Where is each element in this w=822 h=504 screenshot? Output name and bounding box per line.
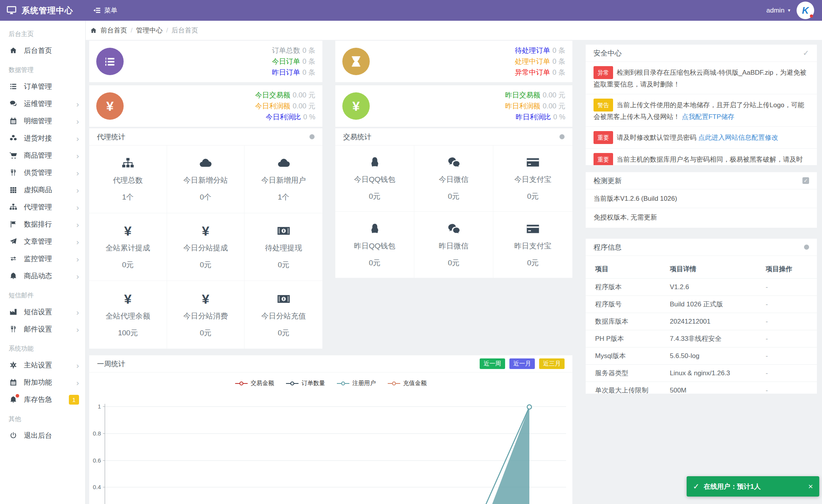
sidebar-item-label: 商品动态 [24, 271, 76, 281]
stat-line: 昨日利润额0.00 元 [505, 101, 565, 112]
sidebar-item-articles[interactable]: 文章管理 › [0, 233, 85, 250]
list-icon [9, 83, 17, 90]
range-quarter-button[interactable]: 近三月 [539, 358, 565, 369]
stat-line: 处理中订单0 条 [515, 56, 565, 67]
grid-icon [9, 186, 17, 194]
orders-total-card: 订单总数0 条 今日订单0 条 昨日订单0 条 [89, 41, 322, 82]
sidebar-item-label: 数据排行 [24, 220, 76, 229]
cutlery-icon [9, 169, 17, 176]
security-alert: 重要当前主机的数据库用户名与密码相同，极易被黑客破解，请及时修改数据库密码 [586, 149, 817, 165]
stat-line: 今日交易额0.00 元 [255, 90, 315, 101]
sidebar: 后台主页 后台首页 数据管理 订单管理 运维管理 › 明细管理 › 进货对接 ›… [0, 21, 86, 504]
stat-cell-wechat-yesterday: 昨日微信 0元 [414, 212, 493, 278]
yen-icon: ¥ [202, 224, 209, 238]
sidebar-item-sms-settings[interactable]: 短信设置 › [0, 303, 85, 320]
credit-card-icon [526, 222, 540, 236]
update-check-panel: 检测更新 ✓ 当前版本V1.2.6 (Build 1026) 免授权版本, 无需… [586, 172, 817, 228]
chevron-right-icon: › [76, 308, 79, 316]
sidebar-item-dashboard[interactable]: 后台首页 [0, 42, 85, 59]
caret-down-icon: ▼ [787, 9, 791, 13]
dot-icon[interactable] [309, 134, 315, 139]
yen-icon: ¥ [202, 292, 209, 306]
sidebar-item-ops[interactable]: 运维管理 › [0, 95, 85, 112]
sitemap-icon [9, 203, 17, 211]
sidebar-toggle[interactable]: 菜单 [86, 0, 124, 21]
paper-plane-icon [9, 238, 17, 245]
stat-cell-new-sites: 今日新增分站 0个 [167, 146, 245, 213]
check-icon[interactable]: ✓ [803, 49, 809, 58]
y-tick: 0.8 [93, 430, 101, 437]
sidebar-item-purchase[interactable]: 进货对接 › [0, 130, 85, 147]
security-center-panel: 安全中心✓ 异常检测到根目录存在压缩包秋云商城-特供版_AaBDF.zip，为避… [586, 45, 817, 165]
calendar-icon [9, 378, 17, 386]
stat-cell-site-recharge: 今日分站充值 0元 [245, 281, 322, 349]
money-bill-icon [277, 292, 290, 306]
chevron-right-icon: › [76, 272, 79, 280]
sidebar-section-system: 系统功能 [0, 338, 85, 356]
breadcrumb-item[interactable]: 管理中心 [136, 26, 163, 35]
sidebar-item-virtual[interactable]: 虚拟商品 › [0, 181, 85, 198]
sidebar-item-agents[interactable]: 代理管理 › [0, 198, 85, 216]
dot-icon[interactable] [804, 245, 809, 250]
sidebar-item-mail-settings[interactable]: 邮件设置 › [0, 320, 85, 338]
data-point-marker[interactable] [527, 405, 532, 409]
sidebar-item-goods-news[interactable]: 商品动态 › [0, 267, 85, 284]
sidebar-item-ranking[interactable]: 数据排行 › [0, 216, 85, 233]
stock-alert-badge: 1 [69, 395, 79, 405]
stat-cell-pending-withdraw: 待处理提现 0元 [245, 213, 322, 281]
sidebar-item-goods[interactable]: 商品管理 › [0, 147, 85, 164]
hourglass-icon [342, 48, 370, 75]
list-ol-icon [96, 48, 124, 75]
security-alert: 重要请及时修改默认管理员密码 点此进入网站信息配置修改 [586, 127, 817, 149]
y-tick: 0.4 [93, 484, 101, 490]
weekly-stats-panel: 一周统计 近一周 近一月 近三月 交易金额 订单数量 注册用户 充值金额 [89, 355, 572, 504]
site-logo-avatar[interactable]: K [797, 2, 814, 19]
qq-icon [369, 222, 381, 236]
table-row: Mysql版本5.6.50-log- [586, 347, 817, 365]
sidebar-item-addons[interactable]: 附加功能 › [0, 374, 85, 391]
power-icon [9, 432, 17, 439]
sidebar-item-label: 运维管理 [24, 99, 76, 108]
pending-orders-card: 待处理订单0 条 处理中订单0 条 异常中订单0 条 [335, 41, 572, 82]
sidebar-item-logout[interactable]: 退出后台 [0, 427, 85, 444]
sidebar-item-details[interactable]: 明细管理 › [0, 112, 85, 130]
sidebar-item-site-settings[interactable]: 主站设置 › [0, 356, 85, 374]
stat-cell-agent-balance: ¥ 全站代理余额 100元 [89, 281, 167, 349]
alert-link[interactable]: 点我配置FTP储存 [682, 113, 734, 121]
sidebar-item-label: 文章管理 [24, 237, 76, 246]
range-month-button[interactable]: 近一月 [509, 358, 535, 369]
alert-badge: 重要 [594, 153, 613, 165]
version-row: 当前版本V1.2.6 (Build 1026) [586, 189, 817, 208]
sidebar-item-label: 退出后台 [24, 431, 79, 440]
alert-link[interactable]: 点此进入网站信息配置修改 [698, 134, 778, 141]
chevron-right-icon: › [76, 186, 79, 194]
breadcrumb-item[interactable]: 前台首页 [101, 26, 127, 35]
sidebar-item-stock-alert[interactable]: 库存告急 1 [0, 391, 85, 408]
panel-title: 代理统计 [97, 132, 125, 142]
user-dropdown[interactable]: admin ▼ [766, 7, 797, 14]
sidebar-section-data: 数据管理 [0, 59, 85, 78]
table-row: 程序版号Build 1026 正式版- [586, 296, 817, 313]
sidebar-item-label: 库存告急 [24, 395, 65, 404]
range-week-button[interactable]: 近一周 [480, 358, 505, 369]
wechat-icon [447, 222, 460, 236]
app-title: 系统管理中心 [22, 5, 73, 16]
sidebar-item-label: 订单管理 [24, 82, 79, 91]
cloud-icon [199, 156, 212, 170]
sidebar-item-orders[interactable]: 订单管理 [0, 78, 85, 95]
license-row: 免授权版本, 无需更新 [586, 208, 817, 227]
table-row: PH P版本7.4.33非线程安全- [586, 330, 817, 347]
program-info-panel: 程序信息 项目 项目详情 项目操作 程序版本V1.2.6- 程序版号Build … [586, 239, 817, 394]
close-icon[interactable]: × [808, 482, 813, 491]
brand[interactable]: 系统管理中心 [0, 0, 86, 21]
sidebar-item-supply[interactable]: 供货管理 › [0, 164, 85, 181]
sidebar-item-monitor[interactable]: 监控管理 › [0, 250, 85, 267]
stat-line: 待处理订单0 条 [515, 45, 565, 56]
online-users-toast: ✓ 在线用户：预计1人 × [687, 476, 819, 497]
yesterday-trade-card: ¥ 昨日交易额0.00 元 昨日利润额0.00 元 昨日利润比0 % [335, 85, 572, 127]
dot-icon[interactable] [559, 134, 565, 139]
cloud-icon [277, 156, 290, 170]
sidebar-item-label: 商品管理 [24, 151, 76, 160]
checkbox-checked-icon[interactable]: ✓ [802, 177, 809, 184]
chevron-right-icon: › [76, 117, 79, 125]
